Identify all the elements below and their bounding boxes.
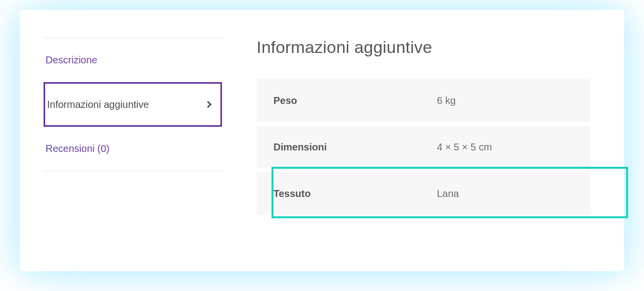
attributes-table: Peso 6 kg Dimensioni 4 × 5 × 5 cm Tessut… — [257, 79, 590, 215]
tab-description[interactable]: Descrizione — [44, 38, 222, 82]
table-row: Dimensioni 4 × 5 × 5 cm — [257, 124, 590, 170]
attr-key: Dimensioni — [257, 124, 437, 170]
attributes-table-wrap: Peso 6 kg Dimensioni 4 × 5 × 5 cm Tessut… — [257, 79, 590, 215]
tab-label: Informazioni aggiuntive — [47, 99, 149, 110]
attr-key: Tessuto — [257, 170, 437, 215]
attr-val: 6 kg — [437, 79, 590, 124]
additional-info-panel: Informazioni aggiuntive Peso 6 kg Dimens… — [222, 38, 590, 243]
product-info-card: Descrizione Informazioni aggiuntive Rece… — [30, 20, 614, 261]
tab-additional-info[interactable]: Informazioni aggiuntive — [44, 82, 222, 127]
chevron-right-icon — [205, 101, 212, 108]
attr-val: 4 × 5 × 5 cm — [437, 124, 590, 170]
attr-val: Lana — [437, 170, 590, 215]
table-row-highlighted: Tessuto Lana — [257, 170, 590, 215]
tab-reviews[interactable]: Recensioni (0) — [44, 127, 222, 171]
product-tabs: Descrizione Informazioni aggiuntive Rece… — [44, 38, 222, 243]
table-row: Peso 6 kg — [257, 79, 590, 124]
panel-heading: Informazioni aggiuntive — [257, 38, 590, 57]
tab-label: Descrizione — [46, 54, 97, 66]
attr-key: Peso — [257, 79, 437, 124]
tab-label: Recensioni (0) — [46, 143, 109, 154]
